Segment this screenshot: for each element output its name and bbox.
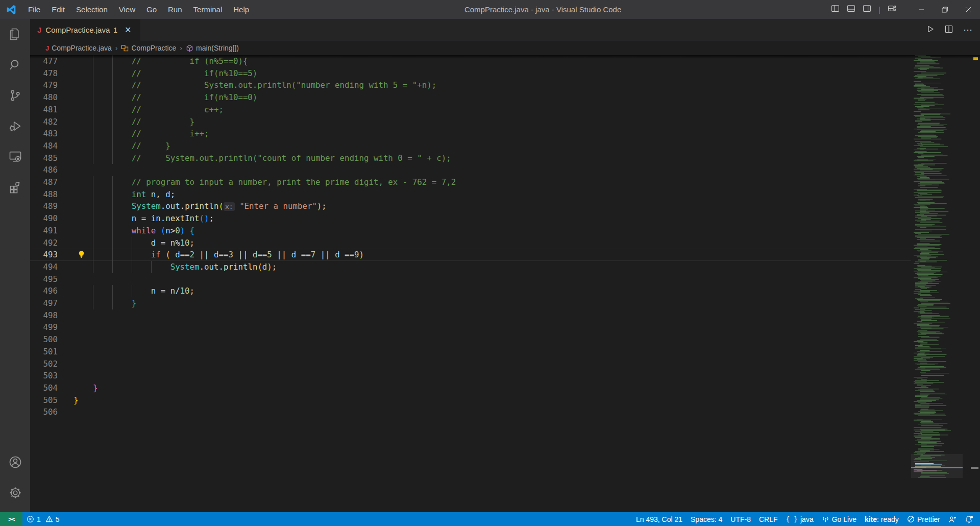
code-line[interactable]: 479 // System.out.println("number ending… <box>30 79 911 91</box>
line-number: 502 <box>30 358 58 370</box>
indent-guide <box>93 104 93 116</box>
toggle-secondary-sidebar-icon[interactable] <box>863 4 871 15</box>
code-line[interactable]: 486 <box>30 164 911 176</box>
code-line[interactable]: 491 while (n>0) { <box>30 225 911 237</box>
statusbar-go-live[interactable]: Go Live <box>818 512 861 526</box>
statusbar-indentation[interactable]: Spaces: 4 <box>687 512 726 526</box>
breadcrumb-item-0[interactable]: JCompPractice.java <box>45 44 112 52</box>
split-editor-icon[interactable] <box>945 25 953 35</box>
code-line[interactable]: 478 // if(n%10==5) <box>30 67 911 80</box>
overview-ruler-scrollbar[interactable] <box>963 55 980 512</box>
code-area[interactable]: 477 // if (n%5==0){478 // if(n%10==5)479… <box>30 55 980 512</box>
editor-pane[interactable]: 477 // if (n%5==0){478 // if(n%10==5)479… <box>30 55 980 512</box>
breadcrumb-item-1[interactable]: CompPractice <box>121 44 176 52</box>
menu-run[interactable]: Run <box>162 0 188 19</box>
statusbar-eol[interactable]: CRLF <box>755 512 782 526</box>
code-line[interactable]: 497 } <box>30 297 911 309</box>
problems-indicator[interactable]: 1 5 <box>22 512 64 526</box>
toggle-sidebar-icon[interactable] <box>831 4 840 15</box>
account-icon[interactable] <box>0 447 30 477</box>
code-line[interactable]: 503 <box>30 370 911 382</box>
menu-selection[interactable]: Selection <box>70 0 113 19</box>
statusbar-feedback[interactable] <box>944 512 961 526</box>
indent-guide <box>93 261 93 273</box>
toggle-panel-icon[interactable] <box>847 4 855 15</box>
breadcrumb-item-2[interactable]: main(String[]) <box>186 44 239 52</box>
minimize-icon[interactable] <box>910 0 933 19</box>
code-line[interactable]: 477 // if (n%5==0){ <box>30 55 911 67</box>
line-number: 505 <box>30 394 58 407</box>
code-line[interactable]: 483 // i++; <box>30 128 911 140</box>
run-icon[interactable] <box>926 25 935 35</box>
search-icon[interactable] <box>0 50 30 80</box>
tab-close-icon[interactable]: ✕ <box>125 25 131 35</box>
code-line[interactable]: 496 n = n/10; <box>30 285 911 297</box>
code-line[interactable]: 480 // if(n%10==0) <box>30 91 911 104</box>
window-title: CompPractice.java - java - Visual Studio… <box>255 5 831 14</box>
statusbar-language-mode[interactable]: { }java <box>782 512 818 526</box>
code-line[interactable]: 495 <box>30 273 911 285</box>
line-number: 491 <box>30 225 58 237</box>
code-line[interactable]: 504 } <box>30 382 911 394</box>
line-number: 506 <box>30 406 58 418</box>
indent-guide <box>151 261 152 273</box>
extensions-icon[interactable] <box>0 172 30 203</box>
code-line[interactable]: 490 n = in.nextInt(); <box>30 212 911 225</box>
code-line[interactable]: 501 <box>30 346 911 358</box>
line-number: 481 <box>30 104 58 116</box>
code-line[interactable]: 482 // } <box>30 116 911 128</box>
menu-view[interactable]: View <box>113 0 141 19</box>
explorer-icon[interactable] <box>0 19 30 50</box>
code-text: // if (n%5==0){ <box>74 55 911 67</box>
code-line[interactable]: 485 // System.out.println("count of numb… <box>30 152 911 164</box>
statusbar-notifications[interactable] <box>961 512 977 526</box>
remote-explorer-icon[interactable] <box>0 141 30 172</box>
restore-icon[interactable] <box>933 0 957 19</box>
code-line[interactable]: 499 <box>30 321 911 333</box>
line-number: 482 <box>30 116 58 128</box>
code-line[interactable]: 494 System.out.println(d); <box>30 261 911 273</box>
code-text: d = n%10; <box>74 237 911 249</box>
minimap[interactable] <box>911 55 963 512</box>
more-actions-icon[interactable]: ⋯ <box>963 25 973 36</box>
indent-guide <box>112 116 113 128</box>
indent-guide <box>93 176 93 188</box>
line-number: 494 <box>30 261 58 273</box>
customize-layout-icon[interactable] <box>888 4 896 15</box>
inlay-hint: x: <box>224 202 235 211</box>
code-line[interactable]: 481 // c++; <box>30 104 911 116</box>
vscode-window: FileEditSelectionViewGoRunTerminalHelp C… <box>0 0 980 526</box>
remote-indicator[interactable]: >< <box>0 512 22 526</box>
code-line[interactable]: 500 <box>30 333 911 346</box>
statusbar-kite-status[interactable]: kite: ready <box>861 512 903 526</box>
java-file-icon: J <box>45 44 49 52</box>
code-line[interactable]: 498 <box>30 309 911 322</box>
code-line[interactable]: 484 // } <box>30 140 911 152</box>
menu-terminal[interactable]: Terminal <box>188 0 228 19</box>
statusbar-cursor-position[interactable]: Ln 493, Col 21 <box>632 512 687 526</box>
code-line[interactable]: 492 d = n%10; <box>30 237 911 249</box>
code-line[interactable]: 502 <box>30 358 911 370</box>
line-number: 486 <box>30 164 58 176</box>
code-text: System.out.println(x: "Enter a number"); <box>74 200 911 213</box>
menu-file[interactable]: File <box>22 0 46 19</box>
code-line[interactable]: 487 // program to input a number, print … <box>30 176 911 188</box>
code-line[interactable]: 505} <box>30 394 911 407</box>
run-debug-icon[interactable] <box>0 111 30 141</box>
code-line[interactable]: 488 int n, d; <box>30 188 911 201</box>
code-line[interactable]: 489 System.out.println(x: "Enter a numbe… <box>30 200 911 212</box>
code-text: // System.out.println("number ending wit… <box>74 79 911 91</box>
settings-gear-icon[interactable] <box>0 477 30 508</box>
code-line-current[interactable]: 493 if ( d==2 || d==3 || d==5 || d ==7 |… <box>30 249 911 261</box>
vscode-logo-icon[interactable] <box>0 5 22 15</box>
menu-help[interactable]: Help <box>228 0 255 19</box>
statusbar-prettier[interactable]: Prettier <box>903 512 944 526</box>
tab-comppractice-java[interactable]: J CompPractice.java 1 ✕ <box>30 19 140 41</box>
code-text: n = n/10; <box>74 285 911 297</box>
statusbar-encoding[interactable]: UTF-8 <box>726 512 755 526</box>
source-control-icon[interactable] <box>0 80 30 111</box>
menu-go[interactable]: Go <box>141 0 162 19</box>
code-line[interactable]: 506 <box>30 406 911 418</box>
menu-edit[interactable]: Edit <box>46 0 70 19</box>
close-icon[interactable] <box>957 0 980 19</box>
